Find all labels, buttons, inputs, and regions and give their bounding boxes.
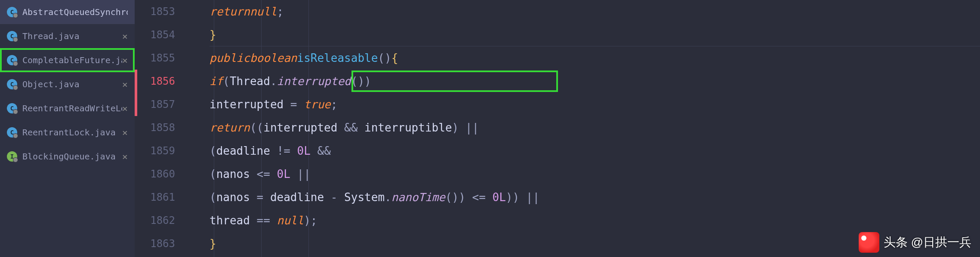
code-line: } <box>210 23 980 46</box>
keyword-return: return <box>210 121 250 134</box>
close-icon[interactable]: × <box>122 55 128 66</box>
tab-label: BlockingQueue.java <box>22 151 116 162</box>
keyword-if: if <box>210 75 223 88</box>
line-number[interactable]: 1862 <box>135 209 210 232</box>
error-stripe <box>135 70 137 93</box>
method-isReleasable: isReleasable <box>297 52 378 64</box>
tab-label: AbstractQueuedSynchronizer.java <box>22 7 128 17</box>
close-icon[interactable]: × <box>122 103 128 114</box>
highlight-box <box>351 70 558 92</box>
tab-label: CompletableFuture.java <box>22 55 122 65</box>
code-line: return null; <box>210 0 980 23</box>
file-tab[interactable]: CReentrantReadWriteLock.java× <box>0 96 135 120</box>
keyword-null: null <box>250 5 277 18</box>
code-line: return ((interrupted && interruptible) |… <box>210 116 980 139</box>
tab-label: Object.java <box>22 79 79 89</box>
file-tab[interactable]: IBlockingQueue.java× <box>0 144 135 168</box>
ident: interrupted <box>210 98 284 111</box>
class-Thread: Thread <box>230 75 270 88</box>
class-icon: C <box>7 7 17 17</box>
class-icon: C <box>7 79 17 89</box>
keyword-return: return <box>210 5 250 18</box>
line-number[interactable]: 1854 <box>135 23 210 46</box>
tab-label: Thread.java <box>22 31 79 41</box>
keyword-boolean: boolean <box>250 52 297 64</box>
class-icon: C <box>7 31 17 41</box>
class-icon: C <box>7 103 17 113</box>
code-line: public boolean isReleasable() { <box>210 46 980 70</box>
close-icon[interactable]: × <box>122 79 128 90</box>
class-icon: C <box>7 55 17 65</box>
line-number[interactable]: 1857 <box>135 93 210 116</box>
close-icon[interactable]: × <box>122 127 128 138</box>
tabs-panel: CAbstractQueuedSynchronizer.javaCThread.… <box>0 0 135 257</box>
class-icon: C <box>7 127 17 138</box>
file-tab[interactable]: CThread.java× <box>0 24 135 48</box>
code-area[interactable]: return null; } public boolean isReleasab… <box>210 0 980 257</box>
line-number[interactable]: 1855 <box>135 46 210 70</box>
class-System: System <box>344 191 385 204</box>
keyword-true: true <box>304 98 331 111</box>
file-tab[interactable]: CObject.java× <box>0 72 135 96</box>
code-line: (nanos <= 0L || <box>210 162 980 186</box>
line-number[interactable]: 1853 <box>135 0 210 23</box>
editor: 1853185418551856185718581859186018611862… <box>135 0 980 257</box>
line-number[interactable]: 1858 <box>135 116 210 139</box>
tab-label: ReentrantLock.java <box>22 127 116 138</box>
keyword-public: public <box>210 52 250 64</box>
line-number[interactable]: 1861 <box>135 186 210 209</box>
code-line: interrupted = true; <box>210 93 980 116</box>
line-number[interactable]: 1859 <box>135 139 210 162</box>
tab-label: ReentrantReadWriteLock.java <box>22 103 122 113</box>
gutter: 1853185418551856185718581859186018611862… <box>135 0 210 257</box>
file-tab[interactable]: CCompletableFuture.java× <box>0 48 135 72</box>
error-stripe <box>135 93 137 116</box>
line-number[interactable]: 1860 <box>135 162 210 186</box>
line-number[interactable]: 1856 <box>135 70 210 93</box>
code-line: (deadline != 0L && <box>210 139 980 162</box>
file-tab[interactable]: CAbstractQueuedSynchronizer.java <box>0 0 135 24</box>
code-line: (nanos = deadline - System.nanoTime()) <… <box>210 186 980 209</box>
code-line: if (Thread.interrupted()) <box>210 70 980 93</box>
method-nanoTime: nanoTime <box>391 191 445 204</box>
code-line: thread == null); <box>210 209 980 232</box>
file-tab[interactable]: CReentrantLock.java× <box>0 120 135 144</box>
close-icon[interactable]: × <box>122 151 128 162</box>
interface-icon: I <box>7 151 17 162</box>
watermark: 头条 @日拱一兵 <box>859 232 971 253</box>
close-icon[interactable]: × <box>122 31 128 42</box>
method-interrupted: interrupted <box>277 75 351 88</box>
line-number[interactable]: 1863 <box>135 232 210 255</box>
watermark-logo-icon <box>859 232 879 253</box>
